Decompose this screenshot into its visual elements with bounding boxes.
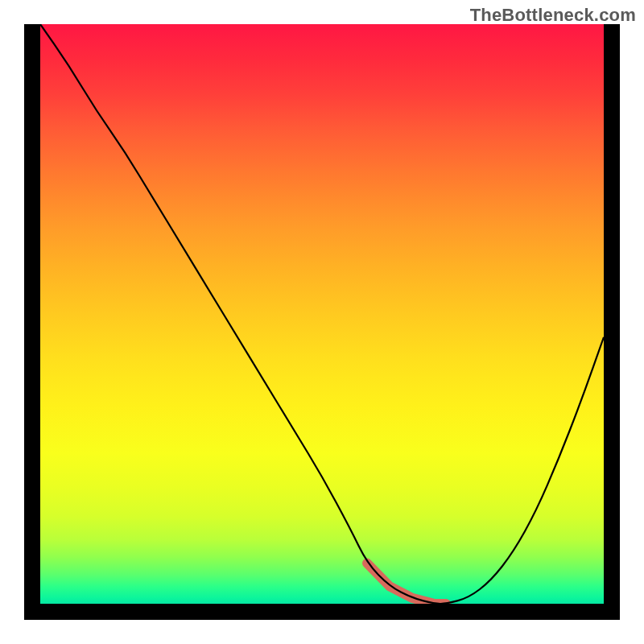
plot-frame bbox=[24, 24, 620, 620]
chart-container: TheBottleneck.com bbox=[0, 0, 644, 644]
watermark-text: TheBottleneck.com bbox=[470, 5, 636, 26]
plot-background-gradient bbox=[40, 24, 604, 604]
